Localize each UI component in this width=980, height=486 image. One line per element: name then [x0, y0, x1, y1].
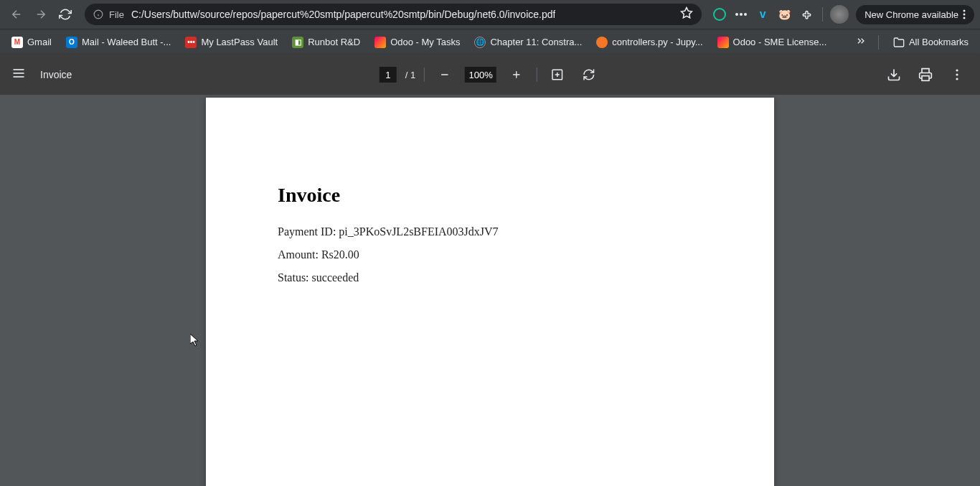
status-line: Status: succeeded: [278, 271, 702, 284]
pdf-viewport[interactable]: Invoice Payment ID: pi_3PKoSvJL2sBFEIA00…: [0, 95, 980, 486]
bookmark-star-button[interactable]: [680, 6, 693, 22]
download-button[interactable]: [882, 63, 905, 86]
svg-point-9: [963, 14, 966, 16]
pdf-toolbar: Invoice / 1: [0, 55, 980, 95]
bookmark-gmail[interactable]: M Gmail: [6, 34, 57, 51]
bookmark-odoo-tasks[interactable]: Odoo - My Tasks: [369, 34, 466, 51]
extension-honey-icon[interactable]: 🐷: [775, 5, 793, 24]
file-scheme-badge: File: [93, 8, 126, 22]
zoom-out-button[interactable]: [433, 63, 456, 86]
download-icon: [887, 67, 901, 82]
odoo-icon-2: [717, 37, 729, 48]
extension-generic-icon[interactable]: [732, 5, 750, 24]
browser-toolbar: File C:/Users/buttw/source/repos/papercu…: [0, 0, 980, 29]
more-vert-icon: [963, 9, 966, 19]
scheme-label: File: [108, 8, 126, 22]
new-chrome-button[interactable]: New Chrome available: [856, 5, 974, 24]
zoom-in-button[interactable]: [505, 63, 528, 86]
bookmarks-bar: M Gmail O Mail - Waleed Butt -... ••• My…: [0, 29, 980, 55]
bookmarks-overflow-button[interactable]: [852, 32, 870, 52]
gmail-icon: M: [11, 37, 23, 48]
arrow-left-icon: [10, 8, 23, 21]
minus-icon: [439, 69, 451, 80]
odoo-icon: [374, 37, 386, 48]
svg-marker-3: [682, 8, 692, 18]
folder-icon: [893, 37, 905, 48]
all-bookmarks-button[interactable]: All Bookmarks: [887, 34, 974, 51]
toolbar-divider: [822, 7, 823, 22]
rotate-icon: [583, 68, 595, 81]
url-text: C:/Users/buttw/source/repos/papercut%20s…: [131, 9, 555, 20]
doc-heading: Invoice: [278, 184, 702, 207]
bookmark-chapter11[interactable]: 🌐 Chapter 11: Constra...: [468, 34, 588, 51]
print-icon: [918, 67, 933, 82]
reload-button[interactable]: [55, 4, 76, 25]
bookmark-runbot[interactable]: ◧ Runbot R&D: [286, 34, 366, 51]
more-options-button[interactable]: [946, 63, 969, 86]
star-icon: [680, 6, 693, 19]
chevron-double-right-icon: [855, 35, 867, 47]
outlook-icon: O: [66, 37, 77, 48]
lastpass-icon: •••: [185, 37, 197, 48]
rotate-button[interactable]: [578, 63, 600, 86]
svg-point-10: [963, 17, 966, 19]
svg-point-23: [956, 78, 958, 80]
svg-rect-20: [922, 76, 929, 81]
svg-point-22: [956, 73, 958, 75]
svg-point-7: [744, 13, 747, 16]
address-bar[interactable]: File C:/Users/buttw/source/repos/papercu…: [85, 4, 702, 25]
bookmark-jupyter[interactable]: controllers.py - Jupy...: [590, 34, 708, 51]
more-vert-icon: [956, 69, 958, 80]
svg-point-4: [714, 9, 725, 20]
hamburger-icon: [11, 66, 26, 80]
pdf-menu-button[interactable]: [11, 66, 26, 83]
forward-button[interactable]: [30, 4, 52, 25]
page-number-input[interactable]: [380, 67, 397, 83]
svg-point-8: [963, 10, 966, 12]
arrow-right-icon: [34, 8, 47, 21]
back-button[interactable]: [6, 4, 27, 25]
bookmark-odoo-sme[interactable]: Odoo - SME License...: [712, 34, 833, 51]
print-button[interactable]: [914, 63, 937, 86]
fit-page-icon: [551, 68, 564, 81]
profile-avatar[interactable]: [830, 5, 849, 24]
pdf-page: Invoice Payment ID: pi_3PKoSvJL2sBFEIA00…: [206, 98, 774, 486]
bookmarks-divider: [878, 35, 879, 50]
reload-icon: [59, 8, 72, 21]
amount-line: Amount: Rs20.00: [278, 248, 702, 261]
bookmark-outlook[interactable]: O Mail - Waleed Butt -...: [60, 34, 177, 51]
plus-icon: [511, 69, 522, 80]
extension-grammarly-icon[interactable]: [710, 5, 729, 24]
svg-point-21: [956, 69, 958, 71]
jupyter-icon: [596, 37, 608, 48]
globe-icon: 🌐: [474, 37, 486, 48]
pdf-toolbar-divider: [424, 67, 425, 82]
info-icon: [93, 9, 103, 19]
extensions-button[interactable]: [796, 5, 815, 24]
bookmark-lastpass[interactable]: ••• My LastPass Vault: [179, 34, 283, 51]
pdf-title: Invoice: [40, 69, 72, 80]
svg-point-6: [740, 13, 743, 16]
svg-point-5: [735, 13, 738, 16]
pdf-toolbar-divider-2: [537, 67, 537, 82]
runbot-icon: ◧: [292, 37, 303, 48]
payment-id-line: Payment ID: pi_3PKoSvJL2sBFEIA003JdxJV7: [278, 225, 702, 238]
zoom-level-input[interactable]: [465, 67, 496, 83]
extension-vimeo-icon[interactable]: v: [753, 5, 772, 24]
fit-to-page-button[interactable]: [546, 63, 569, 86]
page-total: / 1: [405, 70, 415, 80]
puzzle-icon: [799, 8, 812, 21]
